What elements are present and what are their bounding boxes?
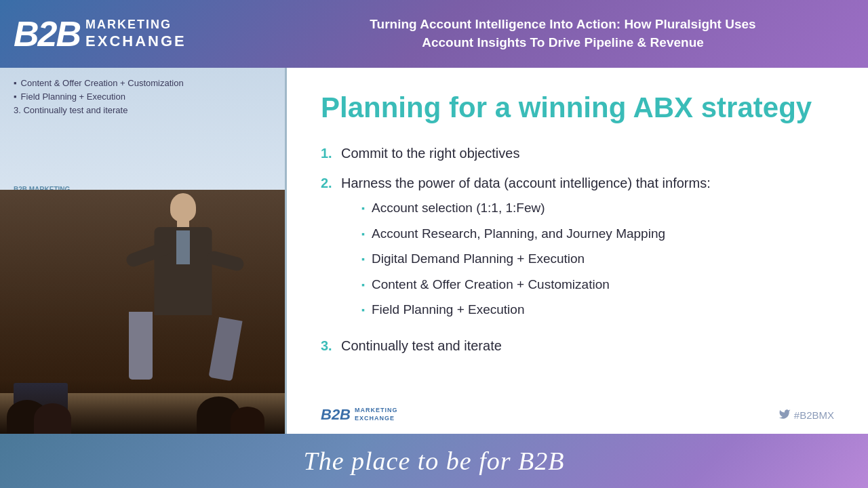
slide-item-3: 3. Continually test and iterate bbox=[321, 336, 834, 356]
header: B2B MARKETING EXCHANGE Turning Account I… bbox=[0, 0, 868, 68]
sub-bullet-4: ▪ bbox=[361, 303, 365, 317]
footer-b2b: B2B bbox=[321, 406, 351, 424]
bottom-bar: The place to be for B2B bbox=[0, 434, 868, 488]
twitter-icon bbox=[778, 408, 791, 422]
item2-content: Harness the power of data (account intel… bbox=[341, 173, 711, 326]
header-title-line1: Turning Account Intelligence Into Action… bbox=[370, 17, 755, 31]
preview-text-1: Content & Offer Creation + Customization bbox=[21, 78, 184, 88]
footer-logo: B2B MARKETING EXCHANGE bbox=[321, 406, 398, 424]
slide-item-2: 2. Harness the power of data (account in… bbox=[321, 173, 834, 326]
sub-items: ▪ Account selection (1:1, 1:Few) ▪ Accou… bbox=[361, 199, 711, 320]
logo-area: B2B MARKETING EXCHANGE bbox=[14, 16, 271, 52]
slide-preview: ▪ Content & Offer Creation + Customizati… bbox=[0, 68, 285, 203]
preview-item-2: ▪ Field Planning + Execution bbox=[14, 92, 271, 102]
footer-marketing-text: MARKETING EXCHANGE bbox=[355, 407, 398, 422]
sub-bullet-0: ▪ bbox=[361, 201, 365, 216]
sub-item-4: ▪ Field Planning + Execution bbox=[361, 300, 711, 320]
header-title: Turning Account Intelligence Into Action… bbox=[271, 16, 854, 52]
slide-title: Planning for a winning ABX strategy bbox=[321, 92, 834, 124]
footer-hashtag: #B2BMX bbox=[778, 408, 834, 422]
item1-text: Commit to the right objectives bbox=[341, 143, 519, 163]
tagline: The place to be for B2B bbox=[304, 446, 565, 476]
sub-bullet-2: ▪ bbox=[361, 252, 365, 266]
speaker-figure bbox=[122, 193, 244, 396]
left-panel: ▪ Content & Offer Creation + Customizati… bbox=[0, 68, 285, 434]
slide-content: 1. Commit to the right objectives 2. Har… bbox=[321, 143, 834, 356]
item3-number: 3. bbox=[321, 336, 341, 356]
preview-bullet-2: ▪ bbox=[14, 92, 17, 102]
preview-item-1: ▪ Content & Offer Creation + Customizati… bbox=[14, 78, 271, 88]
sub-text-1: Account Research, Planning, and Journey … bbox=[372, 224, 665, 244]
marketing-exchange-text: MARKETING EXCHANGE bbox=[85, 18, 186, 50]
sub-item-1: ▪ Account Research, Planning, and Journe… bbox=[361, 224, 711, 244]
speaker-photo bbox=[0, 190, 285, 434]
item3-text: Continually test and iterate bbox=[341, 336, 502, 356]
sub-bullet-1: ▪ bbox=[361, 227, 365, 241]
preview-text-2: Field Planning + Execution bbox=[21, 92, 125, 102]
audience-area bbox=[0, 380, 285, 434]
slide-item-1: 1. Commit to the right objectives bbox=[321, 143, 834, 163]
preview-numbered: 3. Continually test and iterate bbox=[14, 105, 271, 115]
exchange-line2: EXCHANGE bbox=[85, 33, 186, 50]
footer-marketing-line2: EXCHANGE bbox=[355, 415, 398, 423]
slide-preview-content: ▪ Content & Offer Creation + Customizati… bbox=[14, 78, 271, 115]
item2-text: Harness the power of data (account intel… bbox=[341, 176, 711, 190]
preview-bullet-1: ▪ bbox=[14, 78, 17, 88]
hashtag-text: #B2BMX bbox=[794, 409, 834, 421]
marketing-line1: MARKETING bbox=[85, 18, 186, 33]
b2b-logo: B2B bbox=[14, 16, 80, 52]
sub-text-4: Field Planning + Execution bbox=[372, 300, 525, 320]
footer-marketing-line1: MARKETING bbox=[355, 407, 398, 415]
sub-text-2: Digital Demand Planning + Execution bbox=[372, 249, 585, 269]
right-panel: Planning for a winning ABX strategy 1. C… bbox=[285, 68, 868, 434]
sub-bullet-3: ▪ bbox=[361, 278, 365, 292]
sub-text-3: Content & Offer Creation + Customization bbox=[372, 275, 610, 295]
slide-footer: B2B MARKETING EXCHANGE #B2BMX bbox=[321, 406, 834, 424]
item2-number: 2. bbox=[321, 173, 341, 193]
item1-number: 1. bbox=[321, 143, 341, 163]
main-content: ▪ Content & Offer Creation + Customizati… bbox=[0, 68, 868, 434]
sub-item-2: ▪ Digital Demand Planning + Execution bbox=[361, 249, 711, 269]
sub-text-0: Account selection (1:1, 1:Few) bbox=[372, 199, 545, 218]
header-title-line2: Account Insights To Drive Pipeline & Rev… bbox=[422, 35, 704, 49]
sub-item-0: ▪ Account selection (1:1, 1:Few) bbox=[361, 199, 711, 218]
sub-item-3: ▪ Content & Offer Creation + Customizati… bbox=[361, 275, 711, 295]
